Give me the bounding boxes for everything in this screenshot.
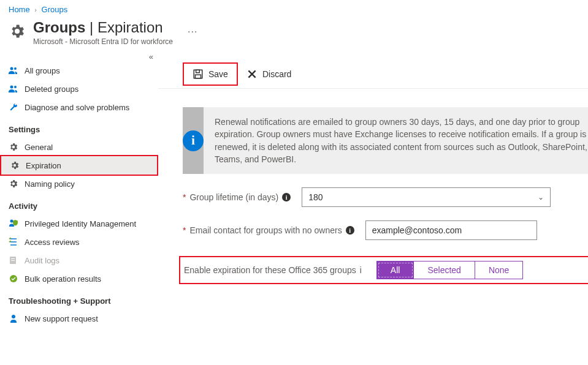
sidebar-section-trouble: Troubleshooting + Support	[0, 288, 158, 309]
save-icon	[193, 69, 204, 80]
more-icon[interactable]: ···	[188, 26, 197, 37]
save-button[interactable]: Save	[183, 62, 238, 86]
svg-point-3	[14, 86, 17, 88]
info-icon-col: i	[183, 107, 204, 174]
gear-icon	[10, 160, 20, 170]
sidebar-section-activity: Activity	[0, 193, 158, 214]
sidebar-item-label: Audit logs	[25, 256, 59, 265]
svg-rect-7	[11, 260, 15, 261]
sidebar-item-deleted-groups[interactable]: Deleted groups	[0, 80, 158, 98]
support-person-icon	[9, 314, 18, 323]
sidebar-item-label: New support request	[25, 314, 98, 323]
lifetime-select[interactable]: 180 ⌄	[302, 187, 551, 207]
collapse-sidebar-icon[interactable]: «	[0, 52, 158, 61]
sidebar-item-label: Access reviews	[25, 238, 80, 247]
breadcrumb-groups[interactable]: Groups	[42, 5, 68, 14]
breadcrumb: Home › Groups	[0, 0, 588, 17]
discard-label: Discard	[262, 69, 291, 79]
email-label: Email contact for groups with no owners …	[189, 225, 354, 235]
email-input[interactable]	[365, 220, 537, 240]
save-label: Save	[208, 69, 228, 79]
enable-opt-none[interactable]: None	[475, 262, 522, 279]
sidebar-item-label: All groups	[25, 66, 60, 75]
svg-point-1	[14, 67, 17, 70]
svg-rect-6	[11, 258, 15, 259]
svg-rect-11	[196, 70, 200, 73]
sidebar-item-label: Diagnose and solve problems	[25, 103, 129, 112]
sidebar-item-audit-logs[interactable]: Audit logs	[0, 251, 158, 269]
close-icon	[246, 69, 258, 80]
sidebar-item-all-groups[interactable]: All groups	[0, 61, 158, 80]
svg-point-4	[10, 220, 13, 223]
sidebar-item-access-reviews[interactable]: Access reviews	[0, 233, 158, 251]
row-enable-expiration: Enable expiration for these Office 365 g…	[179, 256, 588, 284]
info-icon: i	[183, 130, 204, 151]
sidebar: All groups Deleted groups Diagnose and s…	[0, 61, 158, 334]
breadcrumb-home[interactable]: Home	[9, 5, 30, 14]
sidebar-item-label: Expiration	[26, 161, 61, 170]
row-group-lifetime: * Group lifetime (in days) i 180 ⌄	[183, 187, 588, 207]
toolbar: Save Discard	[158, 61, 588, 89]
svg-point-0	[10, 67, 13, 70]
sidebar-item-label: General	[25, 143, 53, 152]
enable-opt-all[interactable]: All	[377, 262, 414, 279]
enable-segmented-control: All Selected None	[376, 261, 524, 279]
info-tooltip-icon[interactable]: i	[346, 226, 354, 235]
sidebar-item-diagnose[interactable]: Diagnose and solve problems	[0, 98, 158, 116]
sidebar-item-expiration[interactable]: Expiration	[0, 155, 158, 176]
discard-button[interactable]: Discard	[238, 64, 300, 85]
info-text: Renewal notifications are emailed to gro…	[204, 107, 588, 174]
info-tooltip-icon[interactable]: i	[282, 193, 291, 201]
main-content: Save Discard i Renewal notifications are…	[158, 61, 588, 334]
people-icon	[9, 84, 18, 94]
gear-icon	[9, 142, 18, 152]
sidebar-item-label: Privileged Identity Management	[25, 219, 136, 228]
required-marker: *	[183, 192, 186, 202]
page-title: Groups | Expiration	[33, 19, 173, 36]
enable-label: Enable expiration for these Office 365 g…	[184, 265, 362, 275]
wrench-icon	[9, 102, 18, 112]
sidebar-item-support[interactable]: New support request	[0, 309, 158, 328]
log-icon	[9, 255, 18, 265]
people-icon	[9, 66, 18, 75]
info-card: i Renewal notifications are emailed to g…	[183, 107, 588, 174]
sidebar-item-pim[interactable]: Privileged Identity Management	[0, 214, 158, 233]
shield-person-icon	[9, 219, 18, 228]
bulk-icon	[9, 274, 18, 284]
sidebar-item-general[interactable]: General	[0, 138, 158, 156]
sidebar-section-settings: Settings	[0, 116, 158, 138]
checklist-icon	[9, 237, 18, 247]
svg-point-9	[12, 315, 15, 318]
sidebar-item-label: Deleted groups	[25, 85, 78, 94]
lifetime-label: Group lifetime (in days) i	[189, 192, 291, 202]
svg-point-2	[10, 86, 13, 89]
required-marker: *	[183, 225, 186, 235]
info-tooltip-icon[interactable]: i	[360, 265, 362, 275]
page-subtitle: Microsoft - Microsoft Entra ID for workf…	[33, 37, 173, 46]
sidebar-item-naming-policy[interactable]: Naming policy	[0, 175, 158, 193]
page-header: Groups | Expiration Microsoft - Microsof…	[0, 17, 588, 52]
breadcrumb-sep: ›	[34, 6, 37, 13]
row-email-contact: * Email contact for groups with no owner…	[183, 220, 588, 240]
gear-icon	[9, 179, 18, 189]
sidebar-item-bulk-results[interactable]: Bulk operation results	[0, 269, 158, 288]
lifetime-value: 180	[308, 192, 323, 202]
enable-opt-selected[interactable]: Selected	[414, 262, 475, 279]
gear-icon	[9, 23, 26, 40]
sidebar-item-label: Bulk operation results	[25, 274, 101, 284]
chevron-down-icon: ⌄	[538, 193, 544, 201]
svg-rect-12	[196, 75, 201, 78]
sidebar-item-label: Naming policy	[25, 179, 75, 189]
